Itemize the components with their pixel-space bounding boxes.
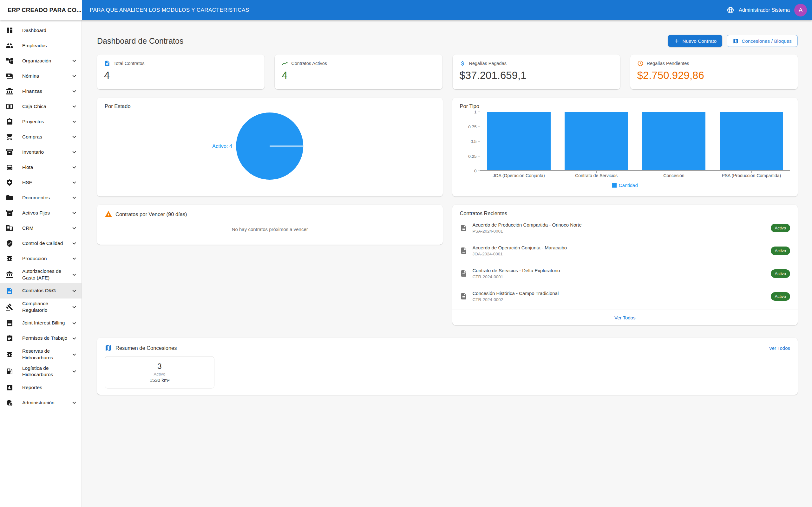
bar-4 [720,112,783,170]
sidebar-item-proyectos[interactable]: Proyectos [0,114,82,129]
sidebar-item-joint-interest-billing[interactable]: Joint Interest Billing [0,316,82,331]
chevron-down-icon [71,88,78,95]
sidebar-item-inventario[interactable]: Inventario [0,145,82,160]
shield-check-icon [6,239,13,247]
sidebar-item-label: Producción [22,256,47,262]
recent-contract-texts: Acuerdo de Producción Compartida - Orino… [473,222,766,233]
y-axis: 00.250.50.751 [460,112,480,180]
chevron-down-icon [71,57,78,64]
recent-contracts-card: Contratos Recientes Acuerdo de Producció… [452,205,798,325]
document-icon [6,287,13,295]
concessions-blocks-button[interactable]: Concesiones / Bloques [727,35,798,47]
sidebar-item-label: HSE [22,179,32,186]
document-icon [460,292,467,300]
bar-slot [558,112,635,170]
sidebar-item-label: Compras [22,134,42,140]
stat-card-header: Total Contratos [104,60,258,66]
sidebar-item-activos-fijos[interactable]: Activos Fijos [0,205,82,221]
app-logo: ERP CREADO PARA CO... [0,0,82,20]
cash-box-icon [6,103,13,110]
concessions-blocks-label: Concesiones / Bloques [742,38,792,44]
concessions-card-header: Resumen de Concesiones Ver Todos [105,344,790,352]
sidebar-item-label: Contratos O&G [22,287,56,294]
x-axis-label: JOA (Operación Conjunta) [480,173,558,179]
plot-column: JOA (Operación Conjunta)Contrato de Serv… [480,112,791,180]
chevron-down-icon [71,225,78,232]
sidebar-item-dashboard[interactable]: Dashboard [0,23,82,38]
sidebar-item-compliance-regulatorio[interactable]: Compliance Regulatorio [0,298,82,316]
sidebar-item-hse[interactable]: HSE [0,175,82,190]
chevron-down-icon [71,368,78,375]
sidebar-item-organizacion[interactable]: Organización [0,53,82,68]
pie-chart-title: Por Estado [105,103,435,109]
recent-contracts-title: Contratos Recientes [460,210,791,216]
inventory-icon [6,148,13,156]
page-actions: Nuevo Contrato Concesiones / Bloques [668,35,798,47]
recent-contract-row[interactable]: Acuerdo de Operación Conjunta - Maracaib… [460,239,791,262]
sidebar-item-afe[interactable]: Autorizaciones de Gasto (AFE) [0,266,82,283]
globe-icon[interactable] [727,6,734,14]
concession-count: 3 [157,362,161,371]
stat-card-header: Regalías Pagadas [460,60,613,66]
bank-icon [6,88,13,95]
sidebar-item-documentos[interactable]: Documentos [0,190,82,205]
sidebar-item-compras[interactable]: Compras [0,129,82,145]
recent-contract-row[interactable]: Concesión Histórica - Campo TradicionalC… [460,285,791,308]
sidebar-item-label: Activos Fijos [22,210,50,216]
recent-contract-texts: Acuerdo de Operación Conjunta - Maracaib… [473,245,766,257]
sidebar-item-produccion[interactable]: Producción [0,251,82,266]
contract-code: JOA-2024-0001 [473,251,766,257]
warning-icon [105,210,112,218]
stat-card: Contratos Activos4 [275,55,442,89]
status-badge: Activo [771,246,790,255]
sidebar-item-finanzas[interactable]: Finanzas [0,83,82,99]
chevron-down-icon [71,210,78,216]
recent-contract-row[interactable]: Contrato de Servicios - Delta Explorator… [460,262,791,285]
sidebar-item-control-de-calidad[interactable]: Control de Calidad [0,236,82,251]
concession-stat-card: 3 Activo 1530 km² [105,356,214,389]
sidebar-item-administracion[interactable]: Administración [0,395,82,410]
sidebar-item-label: Nómina [22,73,39,79]
sidebar-item-label: Empleados [22,43,47,49]
inventory-icon [6,209,13,217]
recent-contract-texts: Concesión Histórica - Campo TradicionalC… [473,291,766,302]
bar-slot [480,112,558,170]
contract-name: Contrato de Servicios - Delta Explorator… [473,268,766,273]
pie-slice-label: Activo: 4 [212,143,232,149]
stat-card: Regalías Pendientes$2.750.929,86 [630,55,798,89]
view-all-link[interactable]: Ver Todos [614,315,635,320]
sidebar-item-reportes[interactable]: Reportes [0,380,82,395]
recent-card-footer: Ver Todos [460,310,791,325]
new-contract-button[interactable]: Nuevo Contrato [668,35,722,47]
y-axis-tick: 0.75 [468,124,480,129]
sidebar-item-label: Permisos de Trabajo [22,335,67,342]
bar-2 [565,112,628,170]
x-axis-labels: JOA (Operación Conjunta)Contrato de Serv… [480,171,791,179]
sidebar-item-label: Administración [22,400,55,406]
x-axis-label: PSA (Producción Compartida) [713,173,790,179]
clipboard-icon [6,118,13,125]
stat-label: Total Contratos [113,61,145,66]
chevron-down-icon [71,164,78,171]
sidebar-item-label: Inventario [22,149,44,156]
recent-contract-row[interactable]: Acuerdo de Producción Compartida - Orino… [460,216,791,239]
sidebar-item-logistica-de-hidrocarburos[interactable]: Logística de Hidrocarburos [0,363,82,380]
sidebar-item-nomina[interactable]: Nómina [0,68,82,83]
view-all-link[interactable]: Ver Todos [769,345,790,351]
stat-card-header: Regalías Pendientes [637,60,791,66]
avatar[interactable]: A [794,4,807,16]
sidebar-item-empleados[interactable]: Empleados [0,38,82,53]
avatar-initial: A [799,7,803,14]
oil-barrel-icon [6,351,13,358]
sidebar-item-flota[interactable]: Flota [0,160,82,175]
sidebar-item-label: Caja Chica [22,103,46,110]
chevron-down-icon [71,118,78,125]
chevron-down-icon [71,194,78,201]
sidebar-item-reservas-de-hidrocarburos[interactable]: Reservas de Hidrocarburos [0,346,82,363]
sidebar-item-caja-chica[interactable]: Caja Chica [0,99,82,114]
app-logo-text: ERP CREADO PARA CO... [8,7,82,14]
sidebar-item-crm[interactable]: CRM [0,221,82,236]
legend-swatch [612,183,617,187]
sidebar-item-contratos-og[interactable]: Contratos O&G [0,283,82,298]
sidebar-item-permisos-de-trabajo[interactable]: Permisos de Trabajo [0,331,82,346]
